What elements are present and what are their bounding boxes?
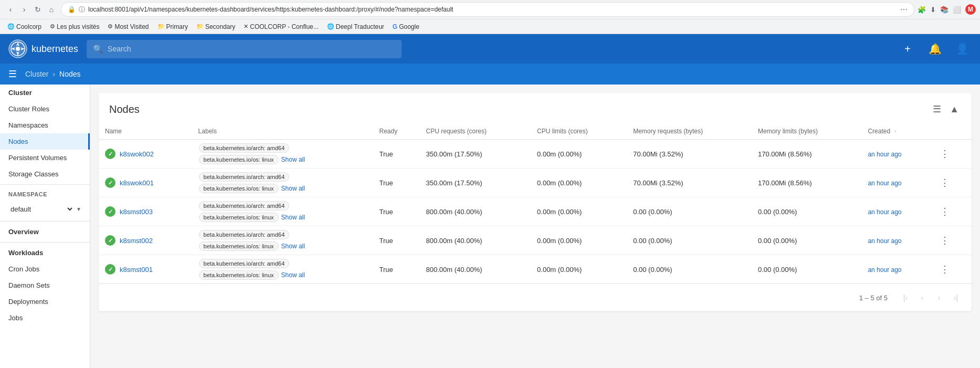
cell-cpu-req-0: 350.00m (17.50%) [420, 140, 531, 169]
address-icons: ⋯ [900, 5, 908, 14]
table-row: ✓ k8smst003 beta.kubernetes.io/arch: amd… [99, 197, 972, 226]
bookmark-icon: 🌐 [7, 23, 15, 30]
cell-cpu-lim-0: 0.00m (0.00%) [531, 140, 627, 169]
next-page-button[interactable]: › [932, 290, 946, 305]
search-bar[interactable]: 🔍 [87, 40, 402, 58]
last-page-button[interactable]: ›| [949, 290, 963, 305]
bookmark-secondary[interactable]: 📁 Secondary [193, 22, 238, 31]
bookmark-les-plus-visites[interactable]: ⚙ Les plus visités [47, 22, 102, 31]
prev-page-button[interactable]: ‹ [915, 290, 930, 305]
nodes-table-header: Name Labels Ready CPU requests (cores) [99, 123, 972, 140]
security-icon: 🔒 [68, 6, 76, 13]
namespace-arrow-icon: ▼ [76, 206, 81, 212]
bookmark-icon: ⚙ [108, 23, 113, 30]
created-link-1[interactable]: an hour ago [868, 180, 901, 187]
col-created[interactable]: Created ↑ [861, 123, 932, 140]
status-icon-4: ✓ [105, 264, 115, 275]
sidebar-item-cluster-roles[interactable]: Cluster Roles [0, 101, 90, 117]
browser-right-icons: 🧩 ⬇ 📚 ⬜ M [918, 4, 976, 15]
sidebar-divider-3 [0, 242, 90, 243]
address-bar[interactable]: 🔒 ⓘ localhost:8001/api/v1/namespaces/kub… [61, 2, 914, 17]
created-link-3[interactable]: an hour ago [868, 237, 901, 245]
cell-more-4: ⋮ [932, 255, 972, 284]
cell-name-3: ✓ k8smst002 [99, 226, 192, 255]
created-link-4[interactable]: an hour ago [868, 266, 901, 274]
bookmark-primary[interactable]: 📁 Primary [154, 22, 191, 31]
bookmark-coolcorp-confluence[interactable]: ✕ COOLCORP - Conflue... [240, 22, 322, 31]
filter-button[interactable]: ☰ [931, 101, 943, 117]
node-link-4[interactable]: k8smst001 [120, 266, 153, 274]
pagination: 1 – 5 of 5 |‹ ‹ › ›| [99, 283, 972, 311]
collapse-button[interactable]: ▲ [947, 102, 961, 117]
sidebar-item-jobs[interactable]: Jobs [0, 310, 90, 326]
bookmark-most-visited[interactable]: ⚙ Most Visited [104, 22, 152, 31]
more-options-button-0[interactable]: ⋮ [938, 146, 952, 162]
table-row: ✓ k8swok001 beta.kubernetes.io/arch: amd… [99, 169, 972, 197]
sidebar-item-persistent-volumes[interactable]: Persistent Volumes [0, 150, 90, 166]
bookmark-coolcorp[interactable]: 🌐 Coolcorp [4, 22, 45, 31]
show-all-link-1[interactable]: Show all [281, 185, 305, 192]
cell-ready-4: True [373, 255, 420, 284]
sidebar-item-deployments[interactable]: Deployments [0, 293, 90, 310]
cell-labels-3: beta.kubernetes.io/arch: amd64 beta.kube… [192, 226, 373, 255]
info-icon: ⓘ [79, 5, 85, 14]
bookmark-icon: ✕ [244, 23, 248, 30]
forward-button[interactable]: › [18, 3, 30, 16]
browser-nav-buttons: ‹ › ↻ ⌂ [4, 3, 58, 16]
show-all-link-0[interactable]: Show all [281, 156, 305, 163]
more-options-button-4[interactable]: ⋮ [938, 261, 952, 277]
extensions-icon[interactable]: 🧩 [918, 6, 926, 14]
col-mem-lim: Memory limits (bytes) [752, 123, 861, 140]
sidebar-item-nodes[interactable]: Nodes [0, 133, 90, 150]
bookmark-deepl[interactable]: 🌐 Deepl Traducteur [324, 22, 387, 31]
node-link-3[interactable]: k8smst002 [120, 237, 153, 245]
cell-labels-1: beta.kubernetes.io/arch: amd64 beta.kube… [192, 169, 373, 197]
show-all-link-4[interactable]: Show all [281, 271, 305, 279]
app-logo[interactable]: kubernetes [8, 39, 78, 58]
node-link-2[interactable]: k8smst003 [120, 208, 153, 216]
cell-ready-3: True [373, 226, 420, 255]
notifications-button[interactable]: 🔔 [925, 39, 944, 58]
cell-mem-lim-4: 0.00 (0.00%) [752, 255, 861, 284]
window-icon[interactable]: ⬜ [953, 6, 961, 14]
label-chip-arch-3: beta.kubernetes.io/arch: amd64 [199, 230, 290, 239]
cell-more-2: ⋮ [932, 197, 972, 226]
sidebar-item-namespaces[interactable]: Namespaces [0, 117, 90, 133]
back-button[interactable]: ‹ [4, 3, 17, 16]
profile-icon[interactable]: M [965, 4, 976, 15]
more-options-button-1[interactable]: ⋮ [938, 175, 952, 191]
search-input[interactable] [108, 45, 395, 53]
sidebar: Cluster Cluster Roles Namespaces Nodes P… [0, 85, 90, 368]
show-all-link-2[interactable]: Show all [281, 214, 305, 221]
library-icon[interactable]: 📚 [940, 6, 949, 14]
home-button[interactable]: ⌂ [45, 3, 58, 16]
sidebar-item-daemon-sets[interactable]: Daemon Sets [0, 277, 90, 293]
cell-cpu-req-4: 800.00m (40.00%) [420, 255, 531, 284]
bookmark-icon: 📁 [157, 23, 165, 30]
col-cpu-lim: CPU limits (cores) [531, 123, 627, 140]
hamburger-button[interactable]: ☰ [8, 68, 17, 80]
label-chip-arch-0: beta.kubernetes.io/arch: amd64 [199, 143, 290, 153]
node-link-1[interactable]: k8swok001 [120, 179, 154, 187]
cell-name-1: ✓ k8swok001 [99, 169, 192, 197]
col-cpu-req: CPU requests (cores) [420, 123, 531, 140]
sidebar-item-storage-classes[interactable]: Storage Classes [0, 166, 90, 182]
more-options-button-3[interactable]: ⋮ [938, 233, 952, 248]
node-link-0[interactable]: k8swok002 [120, 150, 154, 158]
created-link-0[interactable]: an hour ago [868, 151, 901, 158]
reload-button[interactable]: ↻ [31, 3, 44, 16]
col-labels: Labels [192, 123, 373, 140]
namespace-select[interactable]: default [8, 204, 74, 215]
label-chip-os-1: beta.kubernetes.io/os: linux [199, 184, 279, 193]
user-avatar-button[interactable]: 👤 [953, 39, 972, 58]
url-text: localhost:8001/api/v1/namespaces/kuberne… [88, 6, 897, 13]
breadcrumb-parent[interactable]: Cluster [25, 70, 48, 78]
created-link-2[interactable]: an hour ago [868, 208, 901, 216]
download-icon[interactable]: ⬇ [930, 6, 936, 14]
sidebar-item-cron-jobs[interactable]: Cron Jobs [0, 261, 90, 277]
add-button[interactable]: + [898, 39, 917, 58]
bookmark-google[interactable]: G Google [389, 22, 423, 31]
more-options-button-2[interactable]: ⋮ [938, 204, 952, 219]
first-page-button[interactable]: |‹ [898, 290, 913, 305]
show-all-link-3[interactable]: Show all [281, 243, 305, 250]
